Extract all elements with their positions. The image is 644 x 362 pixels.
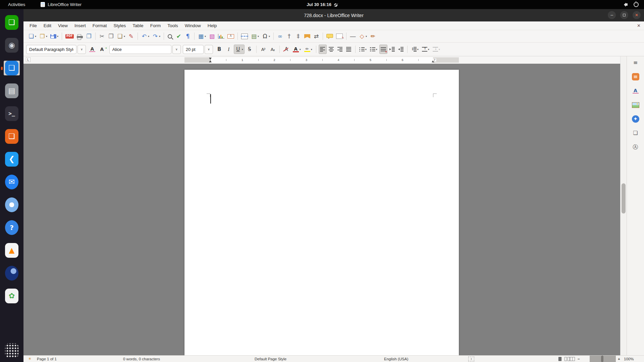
styles-deck[interactable]: A [631,86,641,96]
formatting-marks[interactable]: ¶ [183,32,192,41]
open-file-dropdown-arrow[interactable]: ▾ [46,35,47,38]
activities-button[interactable]: Activities [6,1,27,8]
zoom-slider-thumb[interactable] [601,356,603,362]
line-spacing[interactable]: ▾ [410,45,420,54]
show-draw-functions[interactable]: ✏ [369,32,377,41]
paragraph-style-dropdown-button[interactable]: ∨ [77,45,86,54]
menu-form[interactable]: Form [147,22,164,29]
insert-table[interactable]: ▦▾ [197,32,207,41]
menu-styles[interactable]: Styles [110,22,129,29]
export-pdf[interactable]: PDF [64,32,75,41]
insert-text-box[interactable] [226,32,235,41]
word-count-status[interactable]: 0 words, 0 characters [123,356,160,362]
focused-app-indicator[interactable]: LibreOffice Writer [41,2,82,7]
show-applications[interactable] [4,343,20,358]
decrease-paragraph-spacing-dropdown-arrow[interactable]: ▾ [439,48,440,51]
spelling-check[interactable]: ✔ [174,32,183,41]
menu-window[interactable]: Window [181,22,204,29]
menu-insert[interactable]: Insert [71,22,89,29]
language-status[interactable]: English (USA) [384,356,408,362]
page-style-status[interactable]: Default Page Style [255,356,286,362]
insert-horizontal-line[interactable]: ― [348,32,357,41]
basic-shapes-dropdown-arrow[interactable]: ▾ [366,35,367,38]
menu-view[interactable]: View [55,22,71,29]
insert-hyperlink[interactable]: ∞ [276,32,284,41]
libreoffice-impress[interactable]: ❏ [4,129,20,144]
navigator-deck[interactable]: ✦ [631,114,641,124]
font-size-dropdown-button[interactable]: ∨ [205,45,213,54]
insert-field[interactable]: ▤▾ [250,32,260,41]
ordered-list-dropdown-arrow[interactable]: ▾ [376,48,377,51]
document-page[interactable] [184,70,459,355]
insert-endnote[interactable]: ‡ [294,32,303,41]
font-name-combobox[interactable]: Alice [109,45,171,54]
align-justify[interactable] [345,45,353,54]
software-store[interactable]: ✿ [4,289,20,303]
ordered-list[interactable]: ▾ [369,45,379,54]
tab-stop-type-selector[interactable]: L [26,57,31,62]
menu-format[interactable]: Format [89,22,110,29]
files[interactable]: ▤ [4,83,20,98]
close-button[interactable]: ✕ [633,11,641,19]
track-changes[interactable] [335,32,344,41]
paste-dropdown-arrow[interactable]: ▾ [124,35,125,38]
first-line-indent-marker[interactable] [209,58,212,60]
save-dropdown-arrow[interactable]: ▾ [57,35,58,38]
basic-shapes[interactable]: ◇▾ [358,32,368,41]
system-status-area[interactable] [624,2,639,7]
maximize-button[interactable] [620,11,628,19]
menu-tools[interactable]: Tools [164,22,181,29]
selection-mode-icon[interactable] [468,356,474,362]
paragraph-style-combobox[interactable]: Default Paragraph Style [26,45,76,54]
clock-menu[interactable]: Jul 30 16:16 [307,2,337,7]
zoom-in-button[interactable]: + [618,356,620,362]
undo-dropdown-arrow[interactable]: ▾ [148,35,149,38]
strikethrough[interactable]: S [245,45,254,54]
sidebar-settings[interactable]: ≡ [631,58,641,68]
libreoffice-writer[interactable]: ❏ [4,61,20,75]
align-right[interactable] [336,45,344,54]
font-color[interactable]: A▾ [291,45,302,54]
vscode[interactable]: ❮ [4,152,20,167]
new-style[interactable]: A+ [98,45,108,54]
new-document[interactable]: ❏▾ [27,32,38,41]
open-file[interactable]: ❒▾ [38,32,49,41]
insert-bookmark[interactable] [303,32,312,41]
help-viewer[interactable]: ? [4,220,20,235]
undo[interactable]: ↶▾ [140,32,151,41]
scrollbar-thumb[interactable] [622,183,626,214]
redo[interactable]: ↷▾ [151,32,162,41]
terminal[interactable]: >_ [4,106,20,121]
superscript[interactable]: A² [259,45,268,54]
insert-table-dropdown-arrow[interactable]: ▾ [205,35,206,38]
copy[interactable]: ❐ [107,32,115,41]
multi-page-view-button[interactable] [565,357,567,361]
close-document-button[interactable]: ✕ [637,23,641,28]
menu-help[interactable]: Help [204,22,220,29]
single-page-view-button[interactable] [558,357,561,361]
gallery-deck[interactable] [631,100,641,110]
underline[interactable]: U▾ [234,45,245,54]
clear-formatting[interactable]: A [282,45,291,54]
save[interactable]: ▾ [49,32,60,41]
align-center[interactable] [327,45,335,54]
menu-edit[interactable]: Edit [40,22,55,29]
highlight-color-dropdown-arrow[interactable]: ▾ [311,48,312,51]
style-inspector-deck[interactable]: Ⓐ [631,142,641,152]
underline-dropdown-arrow[interactable]: ▾ [242,48,243,51]
insert-comment[interactable] [325,32,334,41]
insert-page-break[interactable] [240,32,249,41]
increase-indent[interactable] [388,45,396,54]
increase-paragraph-spacing[interactable]: ▾ [421,45,431,54]
print-preview[interactable]: ❐ [85,32,93,41]
align-left[interactable] [319,45,327,54]
menu-file[interactable]: File [26,22,40,29]
page-deck[interactable]: ❏ [631,128,641,138]
insert-chart[interactable] [217,32,226,41]
decrease-indent[interactable] [397,45,405,54]
page-number-status[interactable]: Page 1 of 1 [37,356,57,362]
insert-cross-reference[interactable]: ⇄ [312,32,321,41]
font-size-combobox[interactable]: 20 pt [183,45,204,54]
gnome-web[interactable] [4,266,20,281]
insert-field-dropdown-arrow[interactable]: ▾ [258,35,259,38]
